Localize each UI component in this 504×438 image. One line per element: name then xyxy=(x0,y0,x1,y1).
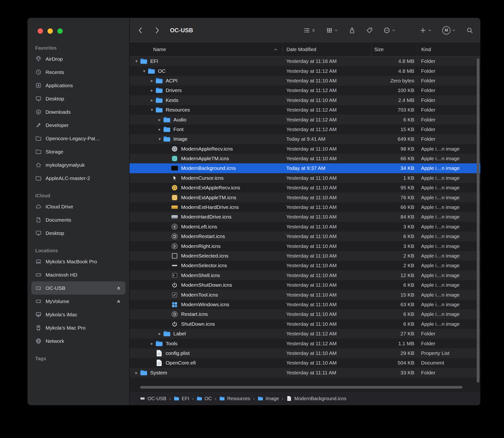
column-header-kind[interactable]: Kind xyxy=(418,43,480,56)
table-row[interactable]: ▾EFIYesterday at 11:16 AM4.8 MBFolder xyxy=(129,56,480,66)
sidebar-item-mykola-s-mac-pro[interactable]: Mykola’s Mac Pro xyxy=(31,321,126,334)
disclosure-closed-icon[interactable]: ▸ xyxy=(149,78,155,83)
table-row[interactable]: ModernExtAppleRecv.icnsYesterday at 11:1… xyxy=(129,183,480,193)
disclosure-closed-icon[interactable]: ▸ xyxy=(149,98,155,102)
table-row[interactable]: ShutDown.icnsYesterday at 11:10 AM6 KBAp… xyxy=(129,319,480,329)
sidebar-item-icloud-drive[interactable]: iCloud Drive xyxy=(31,200,126,213)
sidebar-item-documents[interactable]: Documents xyxy=(31,213,126,227)
table-row[interactable]: Restart.icnsYesterday at 11:10 AM6 KBApp… xyxy=(129,309,480,319)
disclosure-open-icon[interactable]: ▾ xyxy=(133,59,140,63)
table-row[interactable]: ▾ImageToday at 9:41 AM649 KBFolder xyxy=(129,134,480,144)
date-modified-cell: Yesterday at 11:11 AM xyxy=(282,370,371,376)
eject-icon[interactable] xyxy=(116,285,122,291)
account-menu-button[interactable]: M xyxy=(442,26,456,34)
column-header-date-modified[interactable]: Date Modified xyxy=(282,43,371,56)
disclosure-closed-icon[interactable]: ▸ xyxy=(157,118,163,122)
more-actions-button[interactable] xyxy=(383,27,395,34)
table-row[interactable]: OpenCore.efiYesterday at 11:10 AM504 KBD… xyxy=(129,358,480,368)
eject-icon[interactable] xyxy=(116,298,122,305)
sidebar-item-myvolume[interactable]: MyVolume xyxy=(31,295,126,308)
date-modified-cell: Today at 9:37 AM xyxy=(282,165,371,171)
search-button[interactable] xyxy=(466,27,473,34)
sidebar-item-recents[interactable]: Recents xyxy=(31,66,126,79)
table-row[interactable]: ModernExtHardDrive.icnsYesterday at 11:1… xyxy=(129,202,480,212)
path-item-efi[interactable]: EFI xyxy=(174,396,189,401)
forward-button[interactable] xyxy=(153,26,161,34)
sidebar-item-macintosh-hd[interactable]: Macintosh HD xyxy=(31,268,126,281)
table-row[interactable]: ModernBackground.icnsToday at 9:37 AM34 … xyxy=(129,163,480,173)
sidebar-item-network[interactable]: Network xyxy=(31,334,126,348)
folder-outline-icon xyxy=(35,148,42,155)
table-row[interactable]: ModernAppleRecv.icnsYesterday at 11:10 A… xyxy=(129,144,480,154)
table-row[interactable]: ▸FontYesterday at 11:12 AM15 KBFolder xyxy=(129,125,480,134)
table-row[interactable]: ▸ACPIYesterday at 11:10 AMZero bytesFold… xyxy=(129,76,480,86)
path-item-resources[interactable]: Resources xyxy=(219,396,250,401)
sidebar-item-oc-usb[interactable]: OC-USB xyxy=(31,281,126,295)
table-row[interactable]: ModernShell.icnsYesterday at 11:10 AM12 … xyxy=(129,271,480,280)
sidebar-item-airdrop[interactable]: AirDrop xyxy=(31,52,126,66)
table-row[interactable]: ModernWindows.icnsYesterday at 11:10 AM6… xyxy=(129,300,480,309)
path-item-image[interactable]: Image xyxy=(258,396,279,401)
back-button[interactable] xyxy=(137,26,144,34)
column-header-size[interactable]: Size xyxy=(371,43,418,56)
sidebar-item-desktop[interactable]: Desktop xyxy=(31,227,126,240)
table-row[interactable]: config.plistYesterday at 11:10 AM29 KBPr… xyxy=(129,348,480,358)
group-button[interactable] xyxy=(326,27,338,34)
close-button[interactable] xyxy=(38,28,43,34)
size-cell: 2 KB xyxy=(371,263,418,268)
disclosure-open-icon[interactable]: ▾ xyxy=(157,137,163,141)
file-name-cell: ModernRight.icns xyxy=(129,243,282,250)
table-row[interactable]: ModernCursor.icnsYesterday at 11:10 AM1 … xyxy=(129,173,480,183)
disclosure-closed-icon[interactable]: ▸ xyxy=(149,341,155,346)
table-row[interactable]: ModernRestart.icnsYesterday at 11:10 AM6… xyxy=(129,231,480,241)
tags-button[interactable] xyxy=(366,27,373,34)
sidebar-item-downloads[interactable]: Downloads xyxy=(31,105,126,119)
sidebar-item-mykolagrymalyuk[interactable]: mykolagrymalyuk xyxy=(31,158,126,172)
table-row[interactable]: ModernLeft.icnsYesterday at 11:10 AM3 KB… xyxy=(129,222,480,231)
table-row[interactable]: ▸ToolsYesterday at 11:12 AM1.1 MBFolder xyxy=(129,339,480,348)
table-row[interactable]: ▾ResourcesYesterday at 11:12 AM703 KBFol… xyxy=(129,105,480,115)
share-button[interactable] xyxy=(349,27,355,34)
table-row[interactable]: ▾OCYesterday at 11:12 AM4.8 MBFolder xyxy=(129,66,480,76)
disclosure-closed-icon[interactable]: ▸ xyxy=(157,331,163,336)
disclosure-closed-icon[interactable]: ▸ xyxy=(149,88,155,93)
date-modified-cell: Yesterday at 11:10 AM xyxy=(282,233,371,239)
table-row[interactable]: ▸DriversYesterday at 11:12 AM100 KBFolde… xyxy=(129,86,480,95)
sidebar-item-applications[interactable]: Applications xyxy=(31,79,126,92)
view-options-button[interactable] xyxy=(303,27,315,34)
minimize-button[interactable] xyxy=(47,28,53,34)
sidebar-item-mykola-s-macbook-pro[interactable]: Mykola’s MacBook Pro xyxy=(31,255,126,268)
path-item-oc[interactable]: OC xyxy=(196,396,212,401)
sidebar-item-mykola-s-imac[interactable]: Mykola’s iMac xyxy=(31,308,126,321)
zoom-button[interactable] xyxy=(57,28,63,34)
table-row[interactable]: ▸KextsYesterday at 11:10 AM2.4 MBFolder xyxy=(129,95,480,105)
file-name-cell: ModernSelected.icns xyxy=(129,252,282,260)
disclosure-open-icon[interactable]: ▾ xyxy=(141,69,147,73)
table-row[interactable]: ModernTool.icnsYesterday at 11:10 AM15 K… xyxy=(129,290,480,299)
disclosure-closed-icon[interactable]: ▸ xyxy=(133,371,140,375)
table-row[interactable]: ModernExtAppleTM.icnsYesterday at 11:10 … xyxy=(129,193,480,202)
sidebar-sections: FavoritesAirDropRecentsApplicationsDeskt… xyxy=(31,45,126,361)
sidebar-item-desktop[interactable]: Desktop xyxy=(31,92,126,105)
table-row[interactable]: ModernRight.icnsYesterday at 11:10 AM3 K… xyxy=(129,241,480,251)
column-header-name[interactable]: Name xyxy=(129,43,282,56)
table-row[interactable]: ModernHardDrive.icnsYesterday at 11:10 A… xyxy=(129,212,480,222)
table-row[interactable]: ModernSelected.icnsYesterday at 11:10 AM… xyxy=(129,251,480,261)
table-row[interactable]: ModernSelector.icnsYesterday at 11:10 AM… xyxy=(129,261,480,270)
table-row[interactable]: ModernAppleTM.icnsYesterday at 11:10 AM6… xyxy=(129,154,480,163)
disclosure-closed-icon[interactable]: ▸ xyxy=(157,127,163,131)
path-item-modernbackground-icns[interactable]: ModernBackground.icns xyxy=(286,396,346,401)
path-item-oc-usb[interactable]: OC-USB xyxy=(140,396,166,401)
disclosure-open-icon[interactable]: ▾ xyxy=(149,108,155,112)
table-row[interactable]: ▸SystemYesterday at 11:11 AM33 KBFolder xyxy=(129,368,480,378)
table-row[interactable]: ModernShutDown.icnsYesterday at 11:10 AM… xyxy=(129,280,480,290)
sidebar-item-applealc-master-2[interactable]: AppleALC-master-2 xyxy=(31,172,126,185)
horizontal-scrollbar[interactable] xyxy=(140,386,462,389)
table-row[interactable]: ▸AudioYesterday at 11:12 AM6 KBFolder xyxy=(129,115,480,124)
sidebar-item-opencore-legacy-pat[interactable]: Opencore-Legacy-Pat… xyxy=(31,132,126,145)
new-item-button[interactable] xyxy=(420,27,432,34)
vertical-scrollbar[interactable] xyxy=(477,58,479,383)
table-row[interactable]: ▸LabelYesterday at 11:12 AM27 KBFolder xyxy=(129,329,480,339)
sidebar-item-developer[interactable]: Developer xyxy=(31,119,126,132)
sidebar-item-storage[interactable]: Storage xyxy=(31,145,126,158)
